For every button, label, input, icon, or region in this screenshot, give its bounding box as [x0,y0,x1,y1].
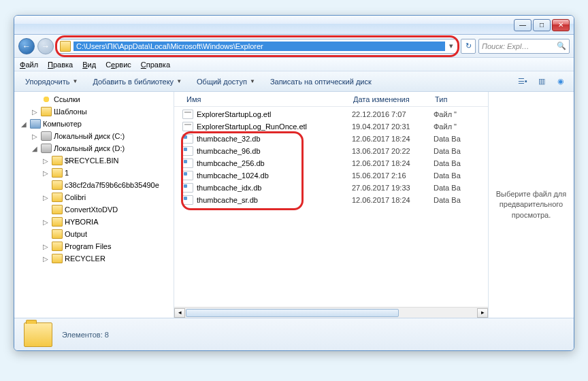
tree-item[interactable]: ▷Локальный диск (C:) [14,130,174,142]
file-row[interactable]: ExplorerStartupLog_RunOnce.etl19.04.2017… [174,120,488,133]
tree-item[interactable]: ▷Шаблоны [14,105,174,118]
refresh-button[interactable]: ↻ [461,39,476,54]
expand-icon[interactable]: ▷ [42,169,50,177]
burn-button[interactable]: Записать на оптический диск [265,76,377,88]
expand-icon[interactable]: ▷ [42,194,50,201]
file-row[interactable]: ExplorerStartupLog.etl22.12.2016 7:07Фай… [174,108,488,120]
col-type[interactable]: Тип [431,95,472,103]
file-row[interactable]: thumbcache_96.db13.06.2017 20:22Data Ba [174,145,488,157]
file-row[interactable]: thumbcache_256.db12.06.2017 18:24Data Ba [174,157,488,169]
file-date: 27.06.2017 19:33 [352,184,434,192]
address-bar[interactable]: C:\Users\ПК\AppData\Local\Microsoft\Wind… [56,39,458,54]
file-row[interactable]: thumbcache_idx.db27.06.2017 19:33Data Ba [174,182,488,194]
expand-icon[interactable]: ◢ [31,145,39,152]
file-date: 22.12.2016 7:07 [352,110,434,118]
file-icon [182,122,193,131]
tree-item[interactable]: ▷RECYCLER [14,252,174,265]
minimize-button[interactable]: — [514,19,532,31]
preview-pane-icon[interactable]: ▥ [534,74,549,89]
scroll-left-button[interactable]: ◂ [174,308,185,318]
file-type: Data Ba [434,196,474,204]
scroll-thumb[interactable] [186,309,399,317]
expand-icon[interactable]: ▷ [31,133,39,140]
scroll-right-button[interactable]: ▸ [477,308,488,318]
status-text: Элементов: 8 [62,331,109,339]
fold-icon [52,156,63,165]
file-type: Data Ba [434,147,474,155]
tree-item[interactable]: ▷Program Files [14,240,174,252]
fold-icon [52,229,63,239]
nav-row: ← → C:\Users\ПК\AppData\Local\Microsoft\… [14,35,574,58]
file-row[interactable]: thumbcache_1024.db15.06.2017 2:16Data Ba [174,169,488,182]
tree-item[interactable]: ◢Компьютер [14,118,174,130]
tree-item[interactable]: ▷$RECYCLE.BIN [14,154,174,167]
file-name: ExplorerStartupLog.etl [197,110,352,118]
tree-label: RECYCLER [65,254,105,263]
file-date: 12.06.2017 18:24 [352,196,434,204]
close-button[interactable]: ✕ [552,19,570,31]
tree-label: Ссылки [54,95,80,103]
tree-item[interactable]: ▷Colibri [14,191,174,203]
add-to-library-button[interactable]: Добавить в библиотеку▼ [87,76,187,88]
file-name: thumbcache_256.db [197,159,352,167]
statusbar: Элементов: 8 [14,318,574,350]
menu-file[interactable]: Файл [20,61,38,69]
fold-icon [52,168,63,178]
file-date: 12.06.2017 18:24 [352,159,434,167]
preview-pane: Выберите файл для предварительного просм… [488,92,574,318]
menu-tools[interactable]: Сервис [105,61,131,69]
tree-item[interactable]: ▷HYBORIA [14,216,174,228]
fold-icon [52,217,63,227]
folder-icon [60,41,71,52]
col-name[interactable]: Имя [182,95,349,103]
file-row[interactable]: thumbcache_sr.db12.06.2017 18:24Data Ba [174,194,488,206]
tree-item[interactable]: ▷1 [14,167,174,179]
tree-item[interactable]: Output [14,228,174,240]
expand-icon[interactable]: ▷ [31,108,39,116]
tree-item[interactable]: Ссылки [14,93,174,105]
file-type: Файл " [434,110,474,118]
file-name: thumbcache_96.db [197,147,352,155]
tree-item[interactable]: ◢Локальный диск (D:) [14,142,174,154]
explorer-window: — □ ✕ ← → C:\Users\ПК\AppData\Local\Micr… [14,15,574,351]
tree-item[interactable]: ConvertXtoDVD [14,203,174,216]
h-scrollbar[interactable]: ◂ ▸ [174,307,488,318]
file-list: Имя Дата изменения Тип ExplorerStartupLo… [174,92,488,318]
tree-label: Colibri [65,193,86,201]
address-dropdown[interactable]: ▾ [445,42,457,50]
menu-view[interactable]: Вид [82,61,96,69]
file-type: Data Ba [434,135,474,143]
file-icon [182,146,193,156]
organize-button[interactable]: Упорядочить▼ [20,76,83,88]
tree-label: Шаблоны [54,107,87,116]
view-options-icon[interactable]: ☰▪ [515,74,530,89]
tree-label: Program Files [65,242,111,250]
disk-icon [41,144,52,153]
maximize-button[interactable]: □ [533,19,551,31]
address-text: C:\Users\ПК\AppData\Local\Microsoft\Wind… [74,42,445,51]
tree-label: 1 [65,169,69,177]
expand-icon[interactable]: ◢ [20,120,28,128]
menu-edit[interactable]: Правка [48,61,73,69]
tree-label: HYBORIA [65,218,99,226]
file-name: thumbcache_1024.db [197,171,352,180]
tree-item[interactable]: c38cf2da7f59b6c6bb35490e [14,179,174,191]
titlebar: — □ ✕ [14,16,574,35]
col-date[interactable]: Дата изменения [349,95,431,103]
menu-help[interactable]: Справка [141,61,170,69]
share-button[interactable]: Общий доступ▼ [191,76,261,88]
expand-icon[interactable]: ▷ [42,157,50,165]
back-button[interactable]: ← [18,38,35,54]
nav-tree: Ссылки▷Шаблоны◢Компьютер▷Локальный диск … [14,92,174,318]
help-icon[interactable]: ◉ [553,74,568,89]
file-row[interactable]: thumbcache_32.db12.06.2017 18:24Data Ba [174,133,488,145]
file-type: Файл " [434,122,474,131]
fold-icon [52,193,63,202]
search-input[interactable]: Поиск: Expl… 🔍 [478,39,570,54]
expand-icon[interactable]: ▷ [42,243,50,250]
file-date: 15.06.2017 2:16 [352,171,434,180]
expand-icon[interactable]: ▷ [42,255,50,263]
forward-button[interactable]: → [37,38,54,54]
file-name: ExplorerStartupLog_RunOnce.etl [197,122,352,131]
expand-icon[interactable]: ▷ [42,218,50,226]
